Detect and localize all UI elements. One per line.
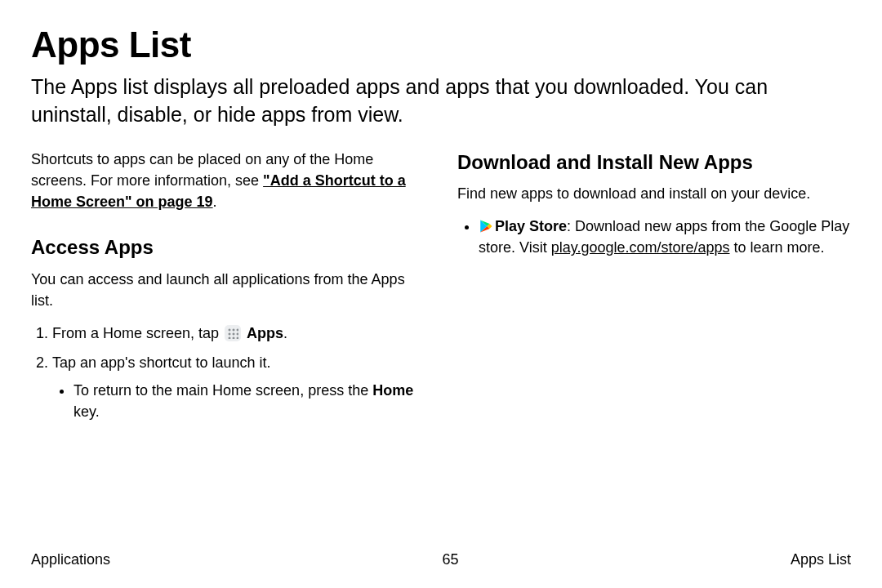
- download-bullets: Play Store: Download new apps from the G…: [457, 216, 851, 258]
- footer-left: Applications: [31, 551, 110, 568]
- apps-grid-icon: [225, 325, 241, 341]
- play-tail: to learn more.: [730, 239, 825, 256]
- play-store-link[interactable]: play.google.com/store/apps: [551, 239, 730, 256]
- footer-page-number: 65: [442, 551, 458, 568]
- play-store-icon: [479, 218, 493, 233]
- access-apps-heading: Access Apps: [31, 234, 425, 262]
- step-2-sub-item: To return to the main Home screen, press…: [74, 380, 425, 422]
- access-apps-intro: You can access and launch all applicatio…: [31, 269, 425, 311]
- intro-paragraph: The Apps list displays all preloaded app…: [31, 74, 851, 129]
- step-1-tail: .: [283, 325, 287, 341]
- content-columns: Shortcuts to apps can be placed on any o…: [31, 149, 851, 431]
- shortcuts-paragraph: Shortcuts to apps can be placed on any o…: [31, 149, 425, 212]
- sub-tail: key.: [74, 403, 100, 420]
- step-1: From a Home screen, tap Apps.: [52, 323, 425, 344]
- play-store-item: Play Store: Download new apps from the G…: [479, 216, 851, 258]
- sub-bold: Home: [372, 382, 413, 399]
- play-store-label: Play Store: [495, 218, 567, 234]
- step-1-bold: Apps: [247, 325, 283, 341]
- footer-right: Apps List: [791, 551, 851, 568]
- left-column: Shortcuts to apps can be placed on any o…: [31, 149, 425, 431]
- download-intro: Find new apps to download and install on…: [457, 183, 851, 204]
- right-column: Download and Install New Apps Find new a…: [457, 149, 851, 431]
- step-1-lead: From a Home screen, tap: [52, 325, 223, 341]
- step-2-sublist: To return to the main Home screen, press…: [52, 380, 425, 422]
- page-title: Apps List: [31, 24, 851, 65]
- sub-lead: To return to the main Home screen, press…: [74, 382, 372, 399]
- step-2-text: Tap an app's shortcut to launch it.: [52, 354, 271, 371]
- access-apps-steps: From a Home screen, tap Apps. Tap an app…: [31, 323, 425, 422]
- step-2: Tap an app's shortcut to launch it. To r…: [52, 352, 425, 422]
- shortcuts-tail: .: [213, 194, 217, 210]
- page-footer: Applications 65 Apps List: [31, 551, 851, 568]
- download-heading: Download and Install New Apps: [457, 149, 851, 177]
